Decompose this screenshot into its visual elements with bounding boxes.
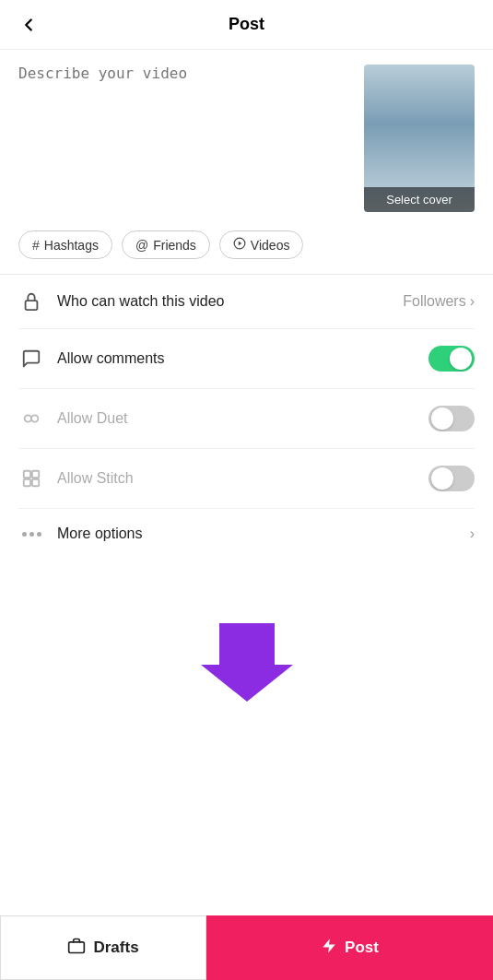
who-can-watch-label: Who can watch this video (57, 293, 403, 310)
friends-label: Friends (153, 238, 196, 253)
play-icon (233, 237, 246, 253)
more-options-row[interactable]: More options › (18, 509, 475, 559)
who-can-watch-row[interactable]: Who can watch this video Followers › (18, 275, 475, 329)
allow-duet-toggle[interactable] (428, 406, 475, 431)
duet-icon (18, 408, 44, 429)
at-icon: @ (135, 238, 148, 253)
svg-point-4 (31, 415, 38, 421)
drafts-icon (67, 937, 86, 960)
svg-rect-6 (32, 471, 39, 478)
allow-duet-label: Allow Duet (57, 410, 428, 427)
spark-icon (321, 938, 337, 959)
svg-rect-5 (24, 471, 30, 478)
svg-rect-10 (69, 941, 85, 952)
allow-stitch-row: Allow Stitch (18, 449, 475, 509)
svg-rect-8 (32, 479, 39, 486)
select-cover-button[interactable]: Select cover (364, 187, 475, 212)
allow-comments-label: Allow comments (57, 350, 428, 367)
more-options-chevron: › (470, 525, 475, 542)
toggle-knob (450, 348, 472, 370)
back-button[interactable] (18, 15, 39, 35)
post-button[interactable]: Post (206, 915, 493, 980)
stitch-icon (18, 468, 44, 489)
comment-icon (18, 348, 44, 369)
description-area: Select cover (0, 50, 493, 227)
settings-section: Who can watch this video Followers › All… (0, 275, 493, 559)
hashtags-button[interactable]: # Hashtags (18, 230, 112, 259)
allow-stitch-label: Allow Stitch (57, 470, 428, 487)
who-can-watch-value: Followers (403, 293, 465, 310)
hashtags-label: Hashtags (44, 238, 99, 253)
lock-icon (18, 291, 44, 312)
dot2 (29, 532, 34, 537)
description-input[interactable] (18, 65, 349, 212)
dot3 (37, 532, 41, 537)
svg-point-3 (25, 415, 31, 421)
toggle-knob-stitch (431, 467, 453, 490)
dot1 (22, 532, 27, 537)
videos-button[interactable]: Videos (219, 230, 304, 259)
svg-marker-1 (239, 242, 242, 246)
hash-icon: # (32, 238, 40, 253)
svg-marker-11 (323, 939, 335, 952)
allow-duet-row: Allow Duet (18, 389, 475, 449)
svg-rect-7 (24, 479, 30, 486)
drafts-label: Drafts (93, 939, 138, 957)
toggle-knob-duet (431, 407, 453, 430)
allow-comments-row: Allow comments (18, 329, 475, 389)
who-can-watch-chevron: › (470, 293, 475, 310)
arrow-area (0, 559, 493, 743)
allow-comments-toggle[interactable] (428, 346, 475, 372)
tag-buttons: # Hashtags @ Friends Videos (0, 227, 493, 274)
drafts-button[interactable]: Drafts (0, 915, 206, 980)
dots-icon (18, 532, 44, 537)
download-arrow-icon (201, 614, 293, 706)
videos-label: Videos (251, 238, 290, 253)
bottom-bar: Drafts Post (0, 915, 493, 980)
page-title: Post (229, 15, 264, 34)
svg-marker-9 (201, 623, 293, 702)
header: Post (0, 0, 493, 50)
post-label: Post (345, 939, 379, 957)
friends-button[interactable]: @ Friends (122, 230, 210, 259)
svg-rect-2 (26, 301, 38, 310)
more-options-label: More options (57, 525, 470, 542)
video-thumbnail: Select cover (364, 65, 475, 212)
allow-stitch-toggle[interactable] (428, 466, 475, 491)
